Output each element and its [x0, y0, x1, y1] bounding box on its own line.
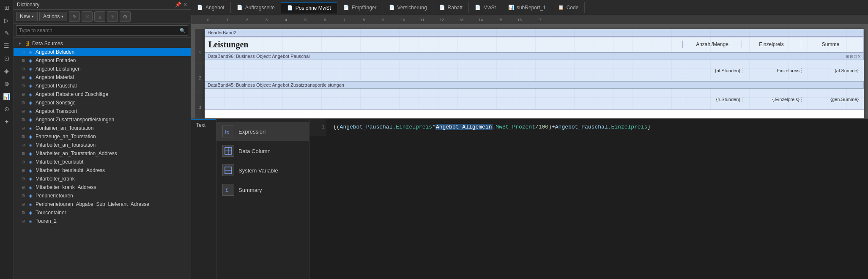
code-token-100: 100 [539, 124, 548, 130]
item-db-icon: ◈ [27, 150, 34, 157]
edit-icon-button[interactable]: ✎ [69, 11, 80, 22]
leistungen-label: Leistungen [208, 40, 682, 49]
tree-item-angebot-entladen[interactable]: ⊞ ◈ Angebot Entladen [14, 56, 191, 65]
header-band-content: Leistungen Anzahl/Menge Einzelpreis Summ… [205, 36, 864, 52]
item-expander-icon: ⊞ [20, 193, 26, 199]
tree-item-mitarbeiter-beurlaubt[interactable]: ⊞ ◈ Mitarbeiter_beurlaubt [14, 158, 191, 166]
databand2-label-row: DataBand45; Business Object: Angebot Zus… [205, 81, 864, 89]
item-expander-icon: ⊞ [20, 57, 26, 63]
tree-item-angebot-transport[interactable]: ⊞ ◈ Angebot Transport [14, 107, 191, 115]
tree-item-angebot-leistungen[interactable]: ⊞ ◈ Angebot Leistungen [14, 65, 191, 73]
code-token-close-paren: )+ [548, 124, 555, 130]
text-option-system-variable[interactable]: System Variable [216, 161, 309, 180]
text-option-summary[interactable]: Σ Summary [216, 181, 309, 199]
delete-icon-button[interactable]: ✕ [82, 11, 93, 22]
tree-item-label: Fahrzeuge_an_Tourstation [36, 134, 96, 140]
tree-item-touren2[interactable]: ⊞ ◈ Touren_2 [14, 217, 191, 225]
dict-header-icons: 📌 ✕ [175, 2, 187, 8]
tab-versicherung-icon: 📄 [389, 5, 395, 10]
code-token-div: / [535, 124, 539, 130]
settings-icon-button[interactable]: ⚙ [120, 11, 131, 22]
databand2-content-row: {n.Stunden} {.Einzelpreis} {gen.Summe} [205, 89, 864, 110]
dictionary-panel: Dictionary 📌 ✕ New ▾ Actions ▾ ✎ ✕ ▲ ▼ ⚙… [14, 0, 191, 279]
sidebar-icon-2[interactable]: ▷ [1, 14, 13, 26]
item-db-icon: ◈ [27, 167, 34, 174]
databand1-icon-3[interactable]: □ [854, 54, 857, 59]
tab-mwst-icon: 📄 [475, 5, 481, 10]
databand1-icon-1[interactable]: ⊞ [846, 54, 849, 59]
tree-item-label: Tourcontainer [36, 210, 66, 216]
tree-item-container-tourstation[interactable]: ⊞ ◈ Container_an_Tourstation [14, 124, 191, 132]
tab-empfaenger[interactable]: 📄 Empfänger [337, 2, 383, 13]
tree-root[interactable]: ▼ 🗄 Data Sources [14, 39, 191, 48]
tab-subreport[interactable]: 📊 subReport_1 [502, 2, 552, 13]
root-expander-icon: ▼ [17, 41, 23, 46]
sidebar-icon-10[interactable]: ✦ [1, 116, 13, 128]
code-token-mwst-prozent: MwSt_Prozent [496, 124, 535, 130]
databand1-cells: {al.Stunden} Einzelpreis {al.Summe} [683, 68, 860, 73]
sidebar-icon-3[interactable]: ✎ [1, 27, 13, 39]
dict-close-icon[interactable]: ✕ [183, 2, 187, 8]
root-datasource-icon: 🗄 [24, 40, 30, 47]
tree-item-label: Mitarbeiter_an_Tourstation [36, 142, 96, 148]
item-db-icon: ◈ [27, 209, 34, 216]
tree-item-tourcontainer[interactable]: ⊞ ◈ Tourcontainer [14, 208, 191, 217]
sidebar-icon-8[interactable]: 📊 [1, 90, 13, 102]
tree-item-angebot-beladen[interactable]: ⊞ ◈ Angebot Beladen [14, 48, 191, 56]
tab-versicherung[interactable]: 📄 Versicherung [383, 2, 433, 13]
databand1-icon-4[interactable]: ✕ [857, 54, 861, 59]
toolbar-row: New ▾ Actions ▾ ✎ ✕ ▲ ▼ ⚙ [14, 10, 191, 24]
tab-mwst[interactable]: 📄 MwSt [469, 2, 502, 13]
report-page: HeaderBand2 Leistungen Anzahl/Menge Einz… [205, 29, 864, 118]
move-down-icon-button[interactable]: ▼ [107, 11, 118, 22]
tree-item-mitarbeiter-krank-address[interactable]: ⊞ ◈ Mitarbeiter_krank_Address [14, 183, 191, 191]
tab-auftragsseite[interactable]: 📄 Auftragsseite [231, 2, 281, 13]
code-token-open-brace: {( [333, 124, 340, 130]
new-button[interactable]: New ▾ [16, 12, 38, 21]
tab-pos-ohne-mwst[interactable]: 📄 Pos ohne MwSt [281, 2, 337, 14]
actions-button[interactable]: Actions ▾ [39, 12, 67, 21]
text-option-expression[interactable]: fx Expression [216, 122, 309, 141]
dict-pin-icon[interactable]: 📌 [175, 2, 181, 8]
tree-item-angebot-rabatte[interactable]: ⊞ ◈ Angebot Rabatte und Zuschläge [14, 90, 191, 98]
tree-item-angebot-pauschal[interactable]: ⊞ ◈ Angebot Pauschal [14, 82, 191, 90]
tab-empfaenger-icon: 📄 [343, 5, 349, 10]
tree-item-mitarbeiter-tourstation[interactable]: ⊞ ◈ Mitarbeiter_an_Tourstation [14, 141, 191, 149]
databand1-wrapper: DataBand96; Business Object: Angebot Pau… [205, 52, 864, 81]
tree-area: ▼ 🗄 Data Sources ⊞ ◈ Angebot Beladen ⊞ ◈… [14, 38, 191, 279]
tab-rabatt[interactable]: 📄 Rabatt [433, 2, 469, 13]
sidebar-icon-9[interactable]: ⊙ [1, 103, 13, 115]
text-option-data-column[interactable]: Data Column [216, 142, 309, 160]
tree-item-angebot-sonstige[interactable]: ⊞ ◈ Angebot Sonstige [14, 98, 191, 107]
tab-angebot[interactable]: 📄 Angebot [191, 2, 231, 13]
item-expander-icon: ⊞ [20, 176, 26, 182]
tree-item-peripherietouren[interactable]: ⊞ ◈ Peripherietouren [14, 191, 191, 200]
tree-item-angebot-material[interactable]: ⊞ ◈ Angebot Material [14, 73, 191, 82]
item-db-icon: ◈ [27, 133, 34, 140]
tree-item-mitarbeiter-beurlaubt-address[interactable]: ⊞ ◈ Mitarbeiter_beurlaubt_Address [14, 166, 191, 175]
sidebar-icon-7[interactable]: ⊚ [1, 78, 13, 90]
header-col-anzahl: Anzahl/Menge [682, 41, 742, 48]
search-input[interactable] [16, 25, 188, 36]
tree-item-mitarbeiter-tourstation-address[interactable]: ⊞ ◈ Mitarbeiter_an_Tourstation_Address [14, 149, 191, 158]
databand1-icon-2[interactable]: ⊟ [850, 54, 853, 59]
sidebar-icon-6[interactable]: ◈ [1, 65, 13, 77]
move-up-icon-button[interactable]: ▲ [94, 11, 105, 22]
sidebar-icon-1[interactable]: ⊞ [1, 2, 13, 14]
tree-item-fahrzeuge-tourstation[interactable]: ⊞ ◈ Fahrzeuge_an_Tourstation [14, 132, 191, 141]
tab-empfaenger-label: Empfänger [352, 5, 377, 11]
tree-item-mitarbeiter-krank[interactable]: ⊞ ◈ Mitarbeiter_krank [14, 175, 191, 183]
item-db-icon: ◈ [27, 175, 34, 182]
item-db-icon: ◈ [27, 142, 34, 148]
dictionary-header: Dictionary 📌 ✕ [14, 0, 191, 10]
tree-item-angebot-zusatz[interactable]: ⊞ ◈ Angebot Zusatztransportleistungen [14, 115, 191, 124]
databand1-label: DataBand96; Business Object: Angebot Pau… [208, 54, 310, 59]
code-area[interactable]: {(Angebot_Pauschal.Einzelpreis*Angebot_A… [328, 119, 868, 279]
sidebar-icon-4[interactable]: ☰ [1, 40, 13, 52]
item-expander-icon: ⊞ [20, 159, 26, 165]
left-row-numbers: 1 2 3 [195, 29, 205, 118]
sidebar-icon-5[interactable]: ⊡ [1, 52, 13, 64]
item-expander-icon: ⊞ [20, 218, 26, 224]
tab-code[interactable]: 📋 Code [552, 2, 585, 13]
tree-item-peripherietouren-abgabe[interactable]: ⊞ ◈ Peripherietouren_Abgabe_Sub_Lieferan… [14, 200, 191, 208]
